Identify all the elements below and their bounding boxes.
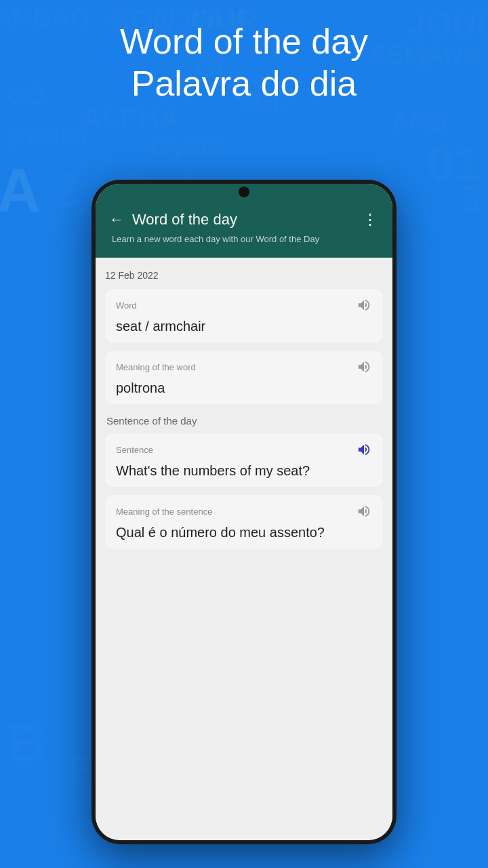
outer-title-main: Word of the day xyxy=(0,20,488,62)
sentence-speaker-button[interactable] xyxy=(356,441,372,458)
sentence-meaning-card-label: Meaning of the sentence xyxy=(116,507,212,517)
sentence-card-value: What's the numbers of my seat? xyxy=(116,463,372,479)
scrollable-content: 12 Feb 2022 Word seat / armchair xyxy=(96,258,392,840)
meaning-card-label: Meaning of the word xyxy=(116,362,196,372)
header-left: ← Word of the day xyxy=(109,211,237,229)
date-label: 12 Feb 2022 xyxy=(105,270,383,281)
phone-screen: ← Word of the day ⋮ Learn a new word eac… xyxy=(96,184,392,840)
sentence-card-header: Sentence xyxy=(116,441,372,458)
meaning-card-header: Meaning of the word xyxy=(116,359,372,375)
word-card-header: Word xyxy=(116,297,372,313)
bg-text: 01 xyxy=(427,136,481,191)
bg-text: A xyxy=(0,156,41,226)
app-content: ← Word of the day ⋮ Learn a new word eac… xyxy=(96,184,392,840)
meaning-card: Meaning of the word poltrona xyxy=(105,351,383,404)
sentence-card-label: Sentence xyxy=(116,445,153,455)
word-card: Word seat / armchair xyxy=(105,289,383,342)
outer-title-sub: Palavra do dia xyxy=(0,62,488,104)
sentence-meaning-speaker-button[interactable] xyxy=(356,503,372,519)
word-card-label: Word xyxy=(116,300,137,311)
outer-title-container: Word of the day Palavra do dia xyxy=(0,20,488,105)
phone-shell: ← Word of the day ⋮ Learn a new word eac… xyxy=(92,180,396,844)
bg-text: 3 xyxy=(460,176,481,222)
back-button[interactable]: ← xyxy=(109,211,124,229)
word-speaker-button[interactable] xyxy=(356,297,372,313)
bg-text: Z xyxy=(54,163,83,217)
word-card-value: seat / armchair xyxy=(116,319,372,334)
bg-text: B xyxy=(7,712,46,774)
sentence-section-label: Sentence of the day xyxy=(106,415,383,427)
menu-button[interactable]: ⋮ xyxy=(363,211,379,229)
header-subtitle: Learn a new word each day with our Word … xyxy=(112,234,379,244)
meaning-card-value: poltrona xyxy=(116,380,372,396)
sentence-meaning-card: Meaning of the sentence Qual é o número … xyxy=(105,495,383,549)
phone-notch xyxy=(239,186,249,197)
sentence-meaning-card-value: Qual é o número do meu assento? xyxy=(116,525,372,540)
app-header-top: ← Word of the day ⋮ xyxy=(109,211,379,229)
bg-text: упаней xyxy=(7,122,87,149)
sentence-card: Sentence What's the numbers of my seat? xyxy=(105,433,383,487)
bg-text: ALPHA xyxy=(81,102,180,134)
meaning-speaker-button[interactable] xyxy=(356,359,372,375)
bg-text: AMB xyxy=(392,108,447,137)
bg-text: reynre xyxy=(149,132,224,161)
sentence-meaning-card-header: Meaning of the sentence xyxy=(116,503,372,519)
app-title: Word of the day xyxy=(132,211,237,229)
